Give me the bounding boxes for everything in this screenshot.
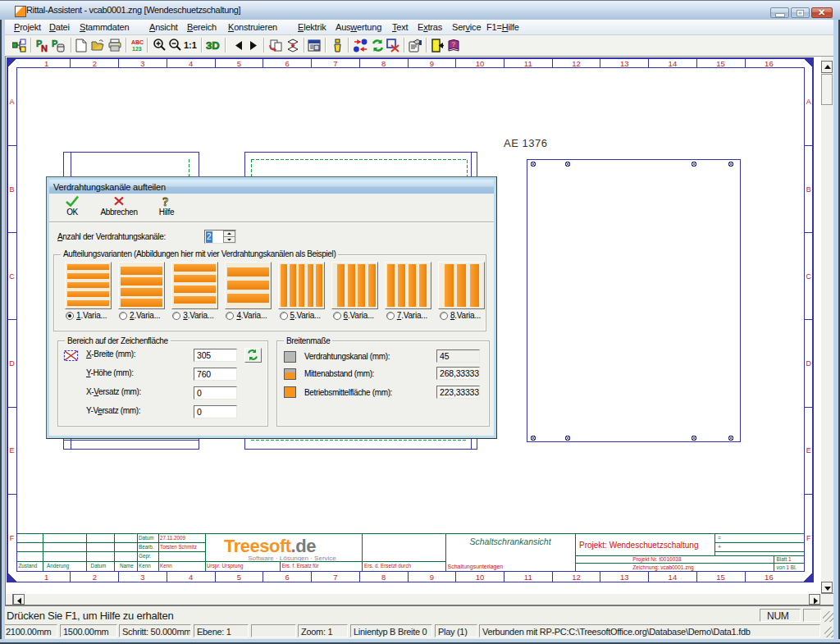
svg-text:D: D xyxy=(806,359,812,368)
svg-text:Zeichnung: vcab0001.zng: Zeichnung: vcab0001.zng xyxy=(632,564,694,571)
svg-text:7: 7 xyxy=(333,573,337,582)
svg-text:Bearb.: Bearb. xyxy=(139,544,154,550)
svg-text:Datum: Datum xyxy=(139,535,154,541)
svg-text:D: D xyxy=(9,359,15,368)
svg-text:Ers. d. Ersetzt durch: Ers. d. Ersetzt durch xyxy=(364,563,412,569)
svg-text:11: 11 xyxy=(524,573,532,582)
svg-text:?: ? xyxy=(162,195,168,208)
svg-text:Gepr.: Gepr. xyxy=(139,553,152,560)
svg-text:15: 15 xyxy=(716,573,725,582)
svg-text:Kenn: Kenn xyxy=(139,563,151,569)
svg-text:9: 9 xyxy=(430,573,434,582)
svg-text:9: 9 xyxy=(430,59,434,68)
svg-text:C: C xyxy=(806,272,812,281)
svg-text:F: F xyxy=(10,534,15,542)
svg-text:3: 3 xyxy=(140,573,144,582)
svg-text:2: 2 xyxy=(93,573,97,582)
svg-text:8: 8 xyxy=(381,59,386,68)
svg-text:Kenn: Kenn xyxy=(160,563,172,569)
svg-text:15: 15 xyxy=(716,59,725,68)
svg-text:1: 1 xyxy=(44,573,48,582)
svg-text:A: A xyxy=(806,98,811,106)
svg-text:3: 3 xyxy=(140,59,144,68)
svg-text:10: 10 xyxy=(476,573,485,582)
svg-text:+: + xyxy=(718,544,721,550)
svg-text:14: 14 xyxy=(669,59,678,68)
svg-text:27.11.2009: 27.11.2009 xyxy=(160,535,186,541)
svg-text:Software · Lösungen · Service: Software · Lösungen · Service xyxy=(248,555,336,562)
svg-text:AE 1376: AE 1376 xyxy=(504,137,547,149)
svg-text:Blatt 1: Blatt 1 xyxy=(777,556,792,562)
svg-text:Schaltungsunterlagen: Schaltungsunterlagen xyxy=(448,564,504,570)
svg-text:5: 5 xyxy=(237,59,241,68)
svg-text:7: 7 xyxy=(333,59,337,68)
svg-text:4: 4 xyxy=(189,59,193,68)
svg-text:14: 14 xyxy=(669,573,678,582)
svg-text:F: F xyxy=(806,534,811,542)
svg-text:12: 12 xyxy=(572,59,581,68)
svg-text:11: 11 xyxy=(524,59,532,68)
svg-text:2: 2 xyxy=(93,59,97,68)
svg-text:Name: Name xyxy=(120,563,134,569)
svg-text:E: E xyxy=(9,446,14,454)
svg-text:Änderung: Änderung xyxy=(47,563,70,569)
svg-text:1: 1 xyxy=(44,59,48,68)
svg-text:16: 16 xyxy=(765,573,774,582)
svg-text:Datum: Datum xyxy=(91,563,107,569)
svg-text:Zustand: Zustand xyxy=(19,563,38,569)
svg-text:4: 4 xyxy=(189,573,193,582)
svg-text:10: 10 xyxy=(476,59,485,68)
svg-text:16: 16 xyxy=(765,59,774,68)
svg-text:5: 5 xyxy=(237,573,241,582)
svg-text:=: = xyxy=(718,535,721,541)
svg-text:Torsten Schmitz: Torsten Schmitz xyxy=(160,544,197,550)
svg-text:von 1 Bl.: von 1 Bl. xyxy=(777,564,797,570)
svg-text:B: B xyxy=(9,185,14,194)
svg-text:C: C xyxy=(9,272,15,281)
svg-text:A: A xyxy=(9,98,14,106)
svg-text:Projekt: Wendeschuetzschaltung: Projekt: Wendeschuetzschaltung xyxy=(579,541,698,550)
svg-text:B: B xyxy=(806,185,811,194)
svg-text:8: 8 xyxy=(381,573,386,582)
svg-text:Urspr. Ursprung: Urspr. Ursprung xyxy=(207,563,244,569)
svg-text:6: 6 xyxy=(285,573,290,582)
svg-text:Treesoft.de: Treesoft.de xyxy=(224,536,316,556)
svg-text:E: E xyxy=(806,446,811,454)
svg-text:13: 13 xyxy=(620,59,629,68)
svg-text:Ers. f. Ersatz für: Ers. f. Ersatz für xyxy=(282,563,319,569)
svg-text:12: 12 xyxy=(572,573,581,582)
svg-text:13: 13 xyxy=(620,573,629,582)
svg-text:Schaltschrankansicht: Schaltschrankansicht xyxy=(469,537,551,546)
svg-text:6: 6 xyxy=(285,59,290,68)
svg-text:Projekt Nr. t0010038: Projekt Nr. t0010038 xyxy=(632,556,682,563)
